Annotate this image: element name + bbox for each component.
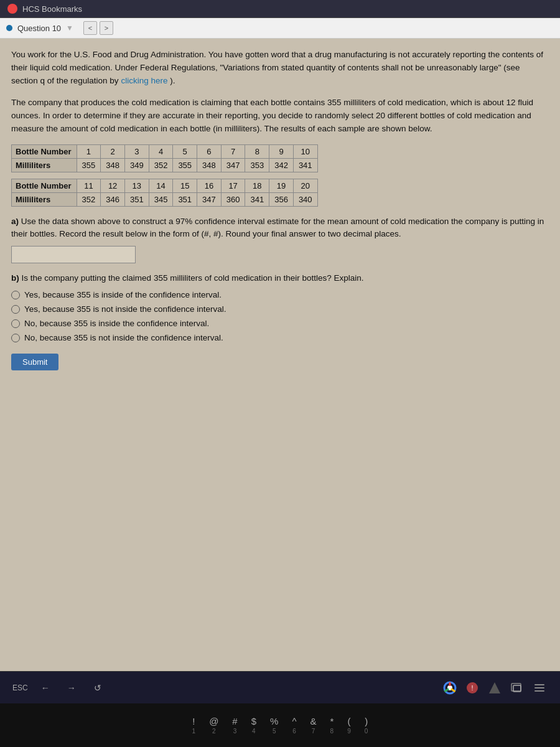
svg-text:!: ! bbox=[471, 684, 473, 692]
keyboard-key-4: %5 bbox=[270, 716, 278, 735]
svg-rect-12 bbox=[534, 690, 544, 692]
refresh-button[interactable]: ↺ bbox=[89, 679, 106, 697]
security-icon[interactable]: ! bbox=[464, 680, 480, 696]
window-icon[interactable] bbox=[509, 680, 525, 696]
notification-icon[interactable] bbox=[487, 680, 503, 696]
browser-icon bbox=[7, 4, 17, 14]
intro-paragraph: You work for the U.S. Food and Drug Admi… bbox=[11, 49, 549, 88]
tables-section: Bottle Number12345678910Milliliters35534… bbox=[11, 144, 549, 207]
part-b-text: b) Is the company putting the claimed 35… bbox=[11, 272, 549, 285]
menu-icon[interactable] bbox=[531, 680, 548, 696]
keyboard-key-5: ^6 bbox=[292, 716, 296, 735]
back-button[interactable]: ← bbox=[37, 679, 54, 697]
part-b-section: b) Is the company putting the claimed 35… bbox=[11, 272, 549, 342]
esc-label: ESC bbox=[12, 684, 28, 692]
keyboard-key-3: $4 bbox=[251, 716, 256, 735]
taskbar: ESC ← → ↺ ! bbox=[0, 671, 560, 703]
nav-dot-icon bbox=[6, 25, 12, 31]
keyboard-key-0: !1 bbox=[192, 716, 196, 735]
part-a-input[interactable] bbox=[11, 246, 136, 263]
top-bar: HCS Bookmarks bbox=[0, 0, 560, 18]
keyboard-row: !1@2#3$4%5^6&7*8(9)0 bbox=[0, 703, 560, 747]
part-a-body: Use the data shown above to construct a … bbox=[11, 217, 544, 239]
svg-rect-11 bbox=[534, 687, 544, 688]
part-b-body: Is the company putting the claimed 355 m… bbox=[22, 273, 364, 283]
data-table-2: Bottle Number11121314151617181920Millili… bbox=[11, 179, 318, 207]
keyboard-key-2: #3 bbox=[232, 716, 237, 735]
part-a-text: a) Use the data shown above to construct… bbox=[11, 215, 549, 242]
top-bar-label: HCS Bookmarks bbox=[22, 4, 82, 14]
question-title: Question 10 bbox=[17, 24, 61, 33]
taskbar-right: ! bbox=[442, 680, 548, 696]
keyboard-key-7: *8 bbox=[330, 716, 334, 735]
content-area: You work for the U.S. Food and Drug Admi… bbox=[0, 39, 560, 671]
body-paragraph: The company that produces the cold medic… bbox=[11, 96, 549, 136]
submit-button[interactable]: Submit bbox=[11, 354, 58, 370]
radio-circle-4 bbox=[11, 334, 20, 342]
radio-option-4[interactable]: No, because 355 is not inside the confid… bbox=[11, 333, 549, 342]
chrome-icon[interactable] bbox=[442, 680, 458, 696]
keyboard-key-8: (9 bbox=[347, 716, 351, 735]
submit-area: Submit bbox=[11, 354, 549, 370]
intro-text-start: You work for the U.S. Food and Drug Admi… bbox=[11, 50, 543, 85]
radio-label-2: Yes, because 355 is not inside the confi… bbox=[24, 304, 226, 314]
part-b-label: b) bbox=[11, 273, 19, 283]
taskbar-left: ESC ← → ↺ bbox=[12, 679, 106, 697]
radio-label-3: No, because 355 is inside the confidence… bbox=[24, 319, 209, 328]
radio-label-1: Yes, because 355 is inside of the confid… bbox=[24, 290, 222, 299]
svg-rect-10 bbox=[534, 684, 544, 685]
radio-label-4: No, because 355 is not inside the confid… bbox=[24, 333, 223, 342]
radio-circle-2 bbox=[11, 305, 20, 314]
forward-button[interactable]: → bbox=[63, 679, 80, 697]
keyboard-key-6: &7 bbox=[310, 716, 316, 735]
clicking-here-link[interactable]: clicking here bbox=[121, 76, 167, 85]
radio-circle-3 bbox=[11, 319, 20, 328]
radio-option-3[interactable]: No, because 355 is inside the confidence… bbox=[11, 319, 549, 328]
part-a-section: a) Use the data shown above to construct… bbox=[11, 215, 549, 264]
radio-circle-1 bbox=[11, 291, 20, 299]
keyboard-key-9: )0 bbox=[365, 716, 368, 735]
keyboard-key-1: @2 bbox=[209, 716, 218, 735]
svg-marker-7 bbox=[489, 682, 500, 693]
data-table-1: Bottle Number12345678910Milliliters35534… bbox=[11, 144, 318, 172]
nav-arrows: < > bbox=[83, 21, 113, 35]
radio-option-1[interactable]: Yes, because 355 is inside of the confid… bbox=[11, 290, 549, 299]
radio-group: Yes, because 355 is inside of the confid… bbox=[11, 290, 549, 342]
intro-text-end: ). bbox=[170, 76, 175, 85]
prev-button[interactable]: < bbox=[83, 21, 97, 35]
radio-option-2[interactable]: Yes, because 355 is not inside the confi… bbox=[11, 304, 549, 314]
nav-bar: Question 10 ▼ < > bbox=[0, 18, 560, 39]
next-button[interactable]: > bbox=[100, 21, 113, 35]
part-a-label: a) bbox=[11, 217, 19, 226]
